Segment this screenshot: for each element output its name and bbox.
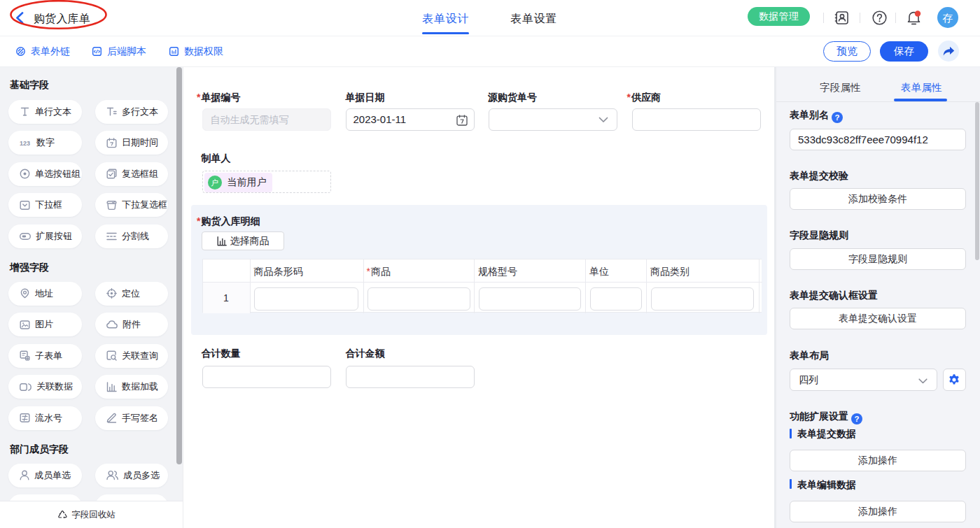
svg-text:123: 123	[20, 140, 30, 147]
